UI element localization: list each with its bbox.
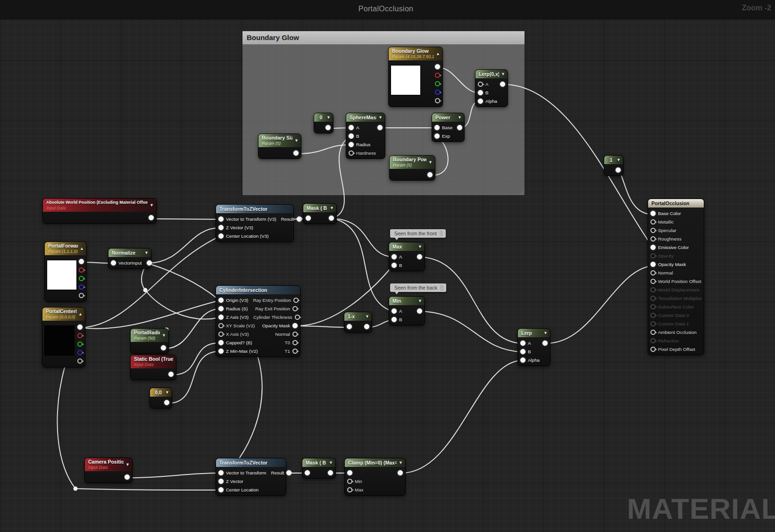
collapse-up-arrow-icon[interactable]: ▲ [78,312,83,316]
pin[interactable] [347,479,352,484]
pin[interactable] [218,323,224,328]
pin[interactable] [292,349,298,354]
pin[interactable] [392,263,397,268]
pin[interactable] [650,304,656,309]
node-one-minus-x[interactable]: 1-x▼ [344,312,372,332]
pin[interactable] [427,172,433,177]
pin[interactable] [77,333,83,338]
wire-junction[interactable] [143,288,148,292]
pin[interactable] [218,306,224,311]
node-absolute-world-position[interactable]: Absolute World Position (Excluding Mater… [43,199,156,223]
collapse-down-arrow-icon[interactable]: ▼ [294,138,299,143]
node-cylinder-intersection[interactable]: CylinderIntersectionOrigin (V3)Ray Entry… [216,286,300,357]
pin[interactable] [349,142,354,147]
pin[interactable] [77,358,83,364]
wire[interactable] [165,309,220,349]
node-max[interactable]: Max▼AB [389,242,425,271]
pin[interactable] [218,340,224,345]
collapse-down-arrow-icon[interactable]: ▼ [399,460,403,465]
collapse-down-arrow-icon[interactable]: ▼ [418,299,422,303]
node-portal-radius[interactable]: PortalRadiusParam (50)▼ [131,329,168,353]
pin[interactable] [650,262,656,267]
pin[interactable] [478,82,483,87]
pin[interactable] [306,216,311,221]
pin[interactable] [398,470,403,475]
pin[interactable] [292,340,298,345]
node-min[interactable]: Min▼AB [389,297,425,325]
collapse-down-arrow-icon[interactable]: ▼ [543,331,548,335]
pin[interactable] [417,308,422,314]
collapse-down-arrow-icon[interactable]: ▼ [418,244,422,249]
pin[interactable] [295,315,300,320]
collapse-down-arrow-icon[interactable]: ▼ [501,72,505,76]
pin[interactable] [218,470,224,475]
collapse-down-arrow-icon[interactable]: ▼ [165,390,169,395]
pin[interactable] [218,332,224,337]
pin[interactable] [364,324,369,329]
pin[interactable] [218,298,224,303]
node-const-0[interactable]: 0▼ [314,113,333,133]
pin[interactable] [650,219,656,224]
pin[interactable] [77,350,83,355]
wire[interactable] [438,67,479,93]
wire[interactable] [333,218,393,257]
pin[interactable] [111,260,116,266]
pin[interactable] [650,270,656,275]
collapse-down-arrow-icon[interactable]: ▼ [150,203,154,208]
node-mask-b-top[interactable]: Mask ( B )▼ [303,204,336,224]
node-transform-to-zvector-bottom[interactable]: TransformToZVectorVector to TransformRes… [216,458,286,495]
pin[interactable] [349,125,354,130]
collapse-down-arrow-icon[interactable]: ▼ [329,460,333,465]
pin[interactable] [218,225,224,230]
pin[interactable] [218,233,224,239]
pin[interactable] [435,73,440,78]
node-const-0-0[interactable]: 0,0▼ [150,388,172,408]
pin[interactable] [79,259,84,264]
wire-junction[interactable] [74,487,78,491]
node-boundary-power[interactable]: Boundary PowerParam (5)▼ [390,156,435,180]
pin[interactable] [650,236,656,241]
pin[interactable] [286,470,292,475]
pin[interactable] [478,99,483,104]
node-mask-b-bottom[interactable]: Mask ( B )▼ [302,458,335,478]
pin[interactable] [434,133,440,139]
bubble-seen-from-back[interactable]: Seen from the back◳◲ [390,283,446,292]
pin[interactable] [305,470,310,475]
wire[interactable] [147,228,220,263]
material-editor-canvas[interactable]: Boundary Glow Absolute World Position (E… [0,0,775,532]
node-lerp-bottom[interactable]: Lerp▼ABAlpha [518,329,550,366]
pin[interactable] [520,341,525,346]
wire[interactable] [82,262,112,263]
pin[interactable] [218,315,224,320]
pin[interactable] [329,216,334,221]
node-sphere-mask[interactable]: SphereMask▼ABRadiusHardness [346,113,385,158]
pin[interactable] [435,90,440,95]
pin[interactable] [650,287,656,292]
collapse-down-arrow-icon[interactable]: ▼ [144,250,149,255]
pin[interactable] [520,349,525,354]
pin[interactable] [377,125,383,130]
pin[interactable] [292,332,298,337]
wire[interactable] [296,326,348,327]
pin[interactable] [500,82,505,87]
collapse-down-arrow-icon[interactable]: ▼ [458,115,462,120]
wire[interactable] [153,219,220,219]
pin[interactable] [79,267,84,273]
wire[interactable] [421,311,522,352]
collapse-down-arrow-icon[interactable]: ▼ [365,314,369,319]
node-boundary-glow-param[interactable]: Boundary GlowParam (4.15,26.7,50,1)▲ [389,47,442,107]
pin[interactable] [435,64,440,69]
pin[interactable] [650,321,656,326]
collapse-up-arrow-icon[interactable]: ▲ [436,51,440,56]
pin[interactable] [347,324,352,329]
collapse-down-arrow-icon[interactable]: ▼ [428,160,433,165]
pin[interactable] [292,306,298,311]
pin[interactable] [79,276,84,281]
pin[interactable] [457,125,462,130]
pin[interactable] [349,133,354,139]
pin[interactable] [293,150,299,156]
node-clamp[interactable]: Clamp (Min=0) (Max=1)▼MinMax [345,458,405,495]
pin[interactable] [435,98,440,103]
bubble-pin-icon[interactable]: ◳◲ [440,285,443,290]
wire[interactable] [401,360,522,473]
